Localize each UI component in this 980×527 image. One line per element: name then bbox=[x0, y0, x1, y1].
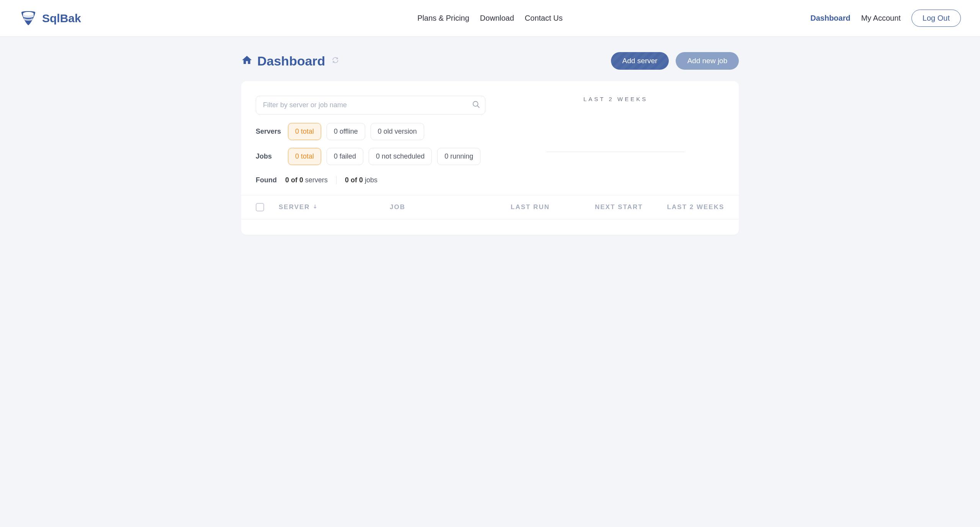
sidechart-area bbox=[547, 110, 684, 152]
nav-center: Plans & Pricing Download Contact Us bbox=[417, 14, 563, 23]
logout-button[interactable]: Log Out bbox=[911, 10, 961, 27]
card-right: LAST 2 WEEKS bbox=[547, 96, 684, 184]
table-header: SERVER JOB LAST RUN NEXT START LAST 2 WE… bbox=[241, 195, 739, 219]
chip-jobs-notscheduled[interactable]: 0 not scheduled bbox=[369, 148, 432, 165]
chip-jobs-total[interactable]: 0 total bbox=[288, 148, 321, 165]
found-jobs: 0 of 0 jobs bbox=[345, 176, 377, 184]
found-servers-count: 0 of 0 bbox=[285, 176, 303, 184]
found-jobs-suffix: jobs bbox=[363, 176, 377, 184]
logo-icon bbox=[19, 8, 38, 28]
servers-filter-row: Servers 0 total 0 offline 0 old version bbox=[256, 123, 531, 140]
chip-servers-offline[interactable]: 0 offline bbox=[327, 123, 365, 140]
chip-jobs-failed[interactable]: 0 failed bbox=[327, 148, 363, 165]
nav-account[interactable]: My Account bbox=[861, 14, 900, 23]
th-server[interactable]: SERVER bbox=[279, 203, 390, 211]
th-job[interactable]: JOB bbox=[390, 203, 511, 211]
servers-label: Servers bbox=[256, 128, 283, 136]
search-wrap bbox=[256, 96, 531, 115]
page-title-wrap: Dashboard bbox=[241, 54, 339, 69]
th-check bbox=[256, 203, 279, 211]
jobs-label: Jobs bbox=[256, 152, 283, 160]
refresh-icon[interactable] bbox=[332, 56, 339, 65]
card-body: Servers 0 total 0 offline 0 old version … bbox=[241, 81, 739, 195]
search-input[interactable] bbox=[256, 96, 485, 115]
main-header: SqlBak Plans & Pricing Download Contact … bbox=[0, 0, 980, 37]
th-last-run[interactable]: LAST RUN bbox=[511, 203, 595, 211]
select-all-checkbox[interactable] bbox=[256, 203, 264, 211]
page-header: Dashboard Add server Add new job bbox=[241, 52, 739, 70]
sort-down-icon bbox=[312, 203, 318, 211]
add-job-button[interactable]: Add new job bbox=[676, 52, 739, 70]
th-last-weeks[interactable]: LAST 2 WEEKS bbox=[656, 203, 724, 211]
content: Dashboard Add server Add new job bbox=[234, 37, 746, 250]
found-row: Found 0 of 0 servers 0 of 0 jobs bbox=[256, 173, 531, 184]
svg-line-2 bbox=[477, 105, 480, 108]
nav-dashboard[interactable]: Dashboard bbox=[810, 14, 850, 23]
chip-servers-total[interactable]: 0 total bbox=[288, 123, 321, 140]
nav-download[interactable]: Download bbox=[480, 14, 514, 23]
table-body bbox=[241, 219, 739, 235]
chip-jobs-running[interactable]: 0 running bbox=[437, 148, 480, 165]
nav-contact[interactable]: Contact Us bbox=[525, 14, 563, 23]
nav-plans[interactable]: Plans & Pricing bbox=[417, 14, 469, 23]
sidechart-title: LAST 2 WEEKS bbox=[547, 96, 684, 102]
found-label: Found bbox=[256, 176, 277, 184]
page-title: Dashboard bbox=[257, 54, 325, 69]
svg-point-1 bbox=[473, 101, 478, 106]
th-server-label: SERVER bbox=[279, 203, 310, 211]
search-icon[interactable] bbox=[472, 100, 480, 110]
add-server-button[interactable]: Add server bbox=[611, 52, 669, 70]
dashboard-card: Servers 0 total 0 offline 0 old version … bbox=[241, 81, 739, 235]
found-divider bbox=[336, 176, 336, 184]
home-icon bbox=[241, 54, 253, 67]
found-servers-suffix: servers bbox=[303, 176, 328, 184]
th-next-start[interactable]: NEXT START bbox=[595, 203, 656, 211]
found-jobs-count: 0 of 0 bbox=[345, 176, 363, 184]
action-buttons: Add server Add new job bbox=[611, 52, 739, 70]
card-left: Servers 0 total 0 offline 0 old version … bbox=[256, 96, 531, 184]
nav-right: Dashboard My Account Log Out bbox=[810, 10, 961, 27]
found-servers: 0 of 0 servers bbox=[285, 176, 328, 184]
logo-text: SqlBak bbox=[42, 12, 81, 25]
chip-servers-old[interactable]: 0 old version bbox=[371, 123, 424, 140]
logo[interactable]: SqlBak bbox=[19, 8, 81, 28]
jobs-filter-row: Jobs 0 total 0 failed 0 not scheduled 0 … bbox=[256, 148, 531, 165]
